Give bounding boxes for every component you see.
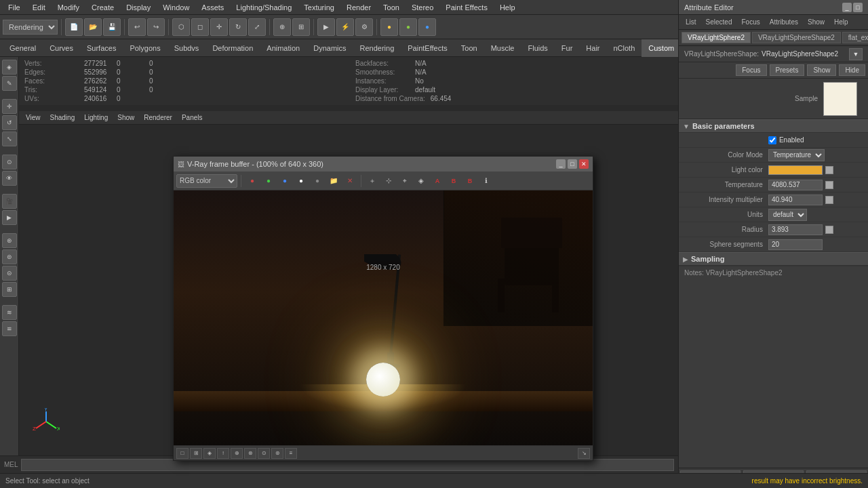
vray-btn-cross-red[interactable]: ✕ — [342, 174, 357, 188]
render-dropdown[interactable]: Rendering — [3, 20, 58, 35]
toolbar-btn-redo[interactable]: ↪ — [147, 18, 165, 36]
menu-help[interactable]: Help — [494, 2, 521, 13]
toolbar-btn-lights3[interactable]: ● — [418, 18, 436, 36]
attr-tab-1[interactable]: VRayLightSphereShape2 — [752, 32, 841, 43]
toolbar-btn-open[interactable]: 📂 — [84, 18, 102, 36]
tab-dynamics[interactable]: Dynamics — [307, 39, 353, 57]
temperature-slider[interactable] — [825, 181, 833, 189]
tab-hair[interactable]: Hair — [579, 39, 606, 57]
vray-status-btn1[interactable]: □ — [176, 448, 189, 459]
vray-status-btn4[interactable]: ! — [217, 448, 229, 459]
side-rotate-btn[interactable]: ↺ — [2, 115, 17, 130]
side-render-btn[interactable]: ▶ — [2, 210, 17, 225]
side-show-btn[interactable]: 👁 — [2, 171, 17, 186]
intensity-input[interactable] — [768, 195, 823, 205]
side-scale-btn[interactable]: ⤡ — [2, 131, 17, 146]
toolbar-btn-move[interactable]: ✛ — [210, 18, 228, 36]
menu-window[interactable]: Window — [157, 2, 195, 13]
attr-nav-attributes[interactable]: Attributes — [766, 17, 802, 27]
menu-lighting[interactable]: Lighting/Shading — [231, 2, 297, 13]
vray-status-btn9[interactable]: ≡ — [285, 448, 297, 459]
toolbar-btn-new[interactable]: 📄 — [65, 18, 83, 36]
vray-status-btn2[interactable]: ⊞ — [190, 448, 202, 459]
tab-surfaces[interactable]: Surfaces — [80, 39, 123, 57]
tab-curves[interactable]: Curves — [43, 39, 80, 57]
units-dropdown[interactable]: default — [768, 209, 807, 221]
enabled-checkbox[interactable] — [768, 136, 776, 144]
menu-toon[interactable]: Toon — [378, 2, 405, 13]
vray-btn-circle-white[interactable]: ● — [294, 174, 309, 188]
vray-btn-red-b[interactable]: B — [446, 174, 461, 188]
sphere-segs-input[interactable] — [768, 239, 823, 250]
vray-titlebar[interactable]: 🖼 V-Ray frame buffer - (100% of 640 x 36… — [174, 157, 593, 171]
vray-btn-red-b2[interactable]: B — [462, 174, 477, 188]
intensity-slider[interactable] — [825, 196, 833, 204]
vp-tab-show[interactable]: Show — [113, 111, 138, 125]
side-select-btn[interactable]: ◈ — [2, 60, 17, 75]
menu-render[interactable]: Render — [341, 2, 376, 13]
tab-ncloth[interactable]: nCloth — [607, 39, 642, 57]
toolbar-btn-snap1[interactable]: ⊕ — [273, 18, 291, 36]
vray-btn-circle-red[interactable]: ● — [245, 174, 260, 188]
vray-btn-folder[interactable]: 📁 — [326, 174, 341, 188]
side-camera-btn[interactable]: 🎥 — [2, 194, 17, 209]
vray-minimize-btn[interactable]: _ — [556, 159, 566, 169]
attr-tab-2[interactable]: flat_example — [842, 32, 868, 43]
temperature-input[interactable] — [768, 180, 823, 190]
vray-status-last[interactable]: ↘ — [578, 448, 590, 459]
side-anim3-btn[interactable]: ⊝ — [2, 266, 17, 281]
toolbar-btn-ipr[interactable]: ⚡ — [336, 18, 354, 36]
attr-show-btn[interactable]: Show — [807, 64, 836, 76]
vray-status-btn3[interactable]: ◈ — [203, 448, 216, 459]
radius-slider[interactable] — [825, 226, 833, 234]
attr-nav-list[interactable]: List — [682, 17, 701, 27]
vray-btn-red-a[interactable]: A — [430, 174, 445, 188]
side-move-btn[interactable]: ✛ — [2, 99, 17, 114]
toolbar-btn-render-settings[interactable]: ⚙ — [355, 18, 373, 36]
vray-btn-track[interactable]: ◈ — [414, 174, 429, 188]
attr-nav-show[interactable]: Show — [804, 17, 829, 27]
vray-render-content[interactable]: 868 x 488 — [174, 190, 593, 445]
attr-nav-selected[interactable]: Selected — [702, 17, 736, 27]
toolbar-btn-rotate[interactable]: ↻ — [229, 18, 247, 36]
color-mode-dropdown[interactable]: Temperature — [768, 149, 825, 161]
attr-maximize-btn[interactable]: □ — [853, 3, 863, 12]
toolbar-btn-save[interactable]: 💾 — [103, 18, 121, 36]
tab-fluids[interactable]: Fluids — [521, 39, 554, 57]
tab-polygons[interactable]: Polygons — [123, 39, 167, 57]
menu-painteffects[interactable]: Paint Effects — [440, 2, 493, 13]
sampling-header[interactable]: ▶ Sampling — [679, 252, 868, 266]
basic-params-header[interactable]: ▼ Basic parameters — [679, 119, 868, 133]
attr-shape-arrow-btn[interactable]: ▼ — [849, 48, 863, 60]
vray-btn-cursor[interactable]: ⊹ — [381, 174, 396, 188]
side-dyn2-btn[interactable]: ≌ — [2, 321, 17, 336]
menu-create[interactable]: Create — [86, 2, 119, 13]
vp-tab-view[interactable]: View — [22, 111, 45, 125]
toolbar-btn-undo[interactable]: ↩ — [128, 18, 146, 36]
vray-status-btn7[interactable]: ⊙ — [258, 448, 270, 459]
toolbar-btn-lights[interactable]: ● — [380, 18, 398, 36]
menu-display[interactable]: Display — [121, 2, 156, 13]
side-anim4-btn[interactable]: ⊞ — [2, 282, 17, 297]
tab-fur[interactable]: Fur — [555, 39, 580, 57]
menu-texturing[interactable]: Texturing — [298, 2, 340, 13]
tab-general[interactable]: General — [3, 39, 43, 57]
vray-btn-plus[interactable]: ＋ — [365, 174, 380, 188]
sample-color-swatch[interactable] — [823, 82, 857, 116]
vray-maximize-btn[interactable]: □ — [568, 159, 577, 169]
side-dyn1-btn[interactable]: ≋ — [2, 305, 17, 320]
tab-subdivs[interactable]: Subdvs — [167, 39, 206, 57]
toolbar-btn-lights2[interactable]: ● — [399, 18, 417, 36]
vray-status-btn8[interactable]: ⊛ — [271, 448, 283, 459]
vray-channel-dropdown[interactable]: RGB color — [176, 174, 237, 188]
side-soft-btn[interactable]: ⊙ — [2, 155, 17, 169]
side-anim1-btn[interactable]: ⊛ — [2, 233, 17, 248]
tab-painteffects[interactable]: PaintEffects — [401, 39, 454, 57]
vray-btn-circle-blue[interactable]: ● — [277, 174, 292, 188]
menu-edit[interactable]: Edit — [27, 2, 51, 13]
vp-tab-lighting[interactable]: Lighting — [80, 111, 112, 125]
light-color-slider[interactable] — [825, 166, 833, 174]
tab-deformation[interactable]: Deformation — [205, 39, 260, 57]
side-anim2-btn[interactable]: ⊜ — [2, 249, 17, 264]
tab-custom[interactable]: Custom — [642, 39, 681, 57]
